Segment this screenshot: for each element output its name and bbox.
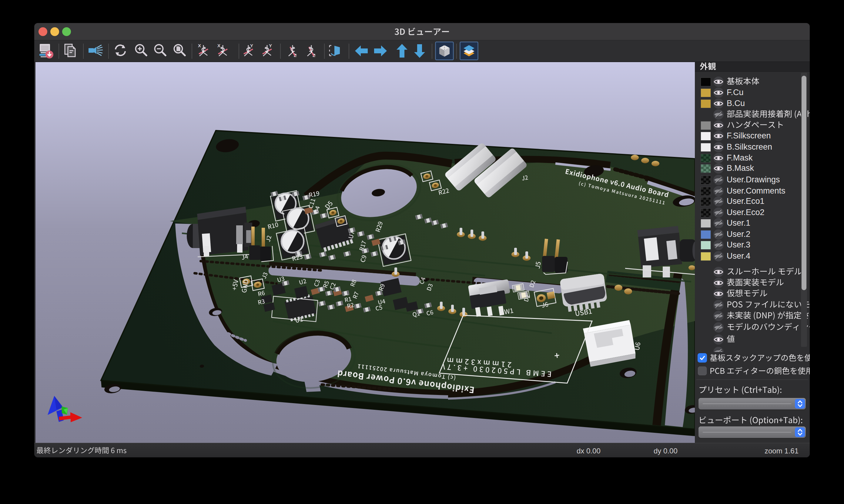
svg-text:X: X: [217, 43, 220, 48]
svg-text:X: X: [198, 43, 201, 48]
svg-text:Y: Y: [269, 43, 272, 48]
svg-text:Y: Y: [250, 43, 253, 48]
